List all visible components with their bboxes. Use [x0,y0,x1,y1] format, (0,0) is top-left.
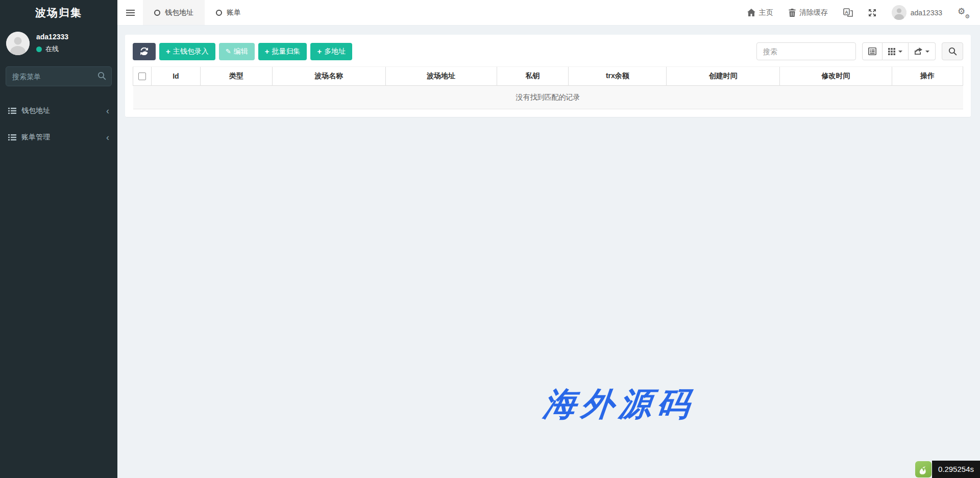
fullscreen-button[interactable] [868,9,876,17]
chevron-left-icon: ‹ [106,106,109,115]
table-view-button-group [862,42,936,60]
watermark-text: 海外源码 [541,382,697,426]
list-icon [8,107,16,114]
debug-bar: 0.295254s [915,461,980,478]
edit-button[interactable]: ✎ 编辑 [219,43,255,60]
main-wallet-entry-button[interactable]: + 主钱包录入 [159,43,215,60]
plus-icon: + [317,47,322,55]
columns-grid-icon [888,48,895,55]
wallet-table: Id 类型 波场名称 波场地址 私钥 trx余额 创建时间 修改时间 操作 [133,66,963,109]
sidebar: 波场归集 ada12333 在线 [0,0,117,478]
plus-icon: + [166,47,170,55]
columns-dropdown-button[interactable] [883,42,909,60]
online-status-dot [36,46,42,52]
gear-icon-small: ⚙ [965,14,970,19]
multi-address-button[interactable]: + 多地址 [310,43,352,60]
search-icon[interactable] [97,71,106,80]
translate-button[interactable]: A [843,8,853,17]
person-icon [892,5,906,20]
home-label: 主页 [759,8,773,17]
batch-collect-button[interactable]: + 批量归集 [258,43,307,60]
button-label: 主钱包录入 [173,47,209,56]
search-icon [948,47,957,56]
table-card: + 主钱包录入 ✎ 编辑 + 批量归集 + 多地 [125,35,971,117]
nav-tabs: 钱包地址 账单 [143,0,252,25]
trash-icon [789,9,796,17]
clear-cache-label: 清除缓存 [799,8,828,17]
toolbar-right [756,42,963,60]
sidebar-search [6,66,112,86]
table-search-input[interactable] [756,42,856,60]
user-name: ada12333 [36,33,68,41]
settings-button[interactable]: ⚙ ⚙ [958,7,970,18]
column-header-modified-time[interactable]: 修改时间 [780,67,892,86]
search-toggle-button[interactable] [942,42,963,60]
home-link[interactable]: 主页 [747,8,773,17]
gear-icon: ⚙ [958,7,965,16]
toolbar-buttons: + 主钱包录入 ✎ 编辑 + 批量归集 + 多地 [133,43,352,60]
plus-icon: + [265,47,270,55]
select-all-checkbox[interactable] [138,73,146,80]
home-icon [747,9,755,16]
sidebar-item-bill-management[interactable]: 账单管理 ‹ [0,126,117,149]
caret-down-icon [925,51,929,53]
empty-row: 没有找到匹配的记录 [133,86,963,109]
menu-search-input[interactable] [6,66,112,86]
top-navbar: 钱包地址 账单 主页 清除缓存 [117,0,980,26]
tab-label: 钱包地址 [165,8,193,17]
tab-label: 账单 [227,8,241,17]
online-status-label: 在线 [45,44,59,54]
user-panel: ada12333 在线 [0,26,117,63]
page-load-time[interactable]: 0.295254s [932,461,980,478]
sidebar-item-label: 钱包地址 [21,106,106,115]
no-records-message: 没有找到匹配的记录 [133,86,963,109]
navbar-right: 主页 清除缓存 A [747,0,980,25]
app-root: 波场归集 ada12333 在线 [0,0,980,478]
main-area: 钱包地址 账单 主页 清除缓存 [117,0,980,478]
select-all-header [133,67,152,86]
column-header-id[interactable]: Id [151,67,200,86]
sidebar-toggle-button[interactable] [117,0,143,25]
person-icon [6,32,30,55]
button-label: 多地址 [324,47,346,56]
content-area: + 主钱包录入 ✎ 编辑 + 批量归集 + 多地 [117,26,980,478]
column-header-private-key[interactable]: 私钥 [497,67,569,86]
user-info: ada12333 在线 [36,32,68,54]
column-header-trx-balance[interactable]: trx余额 [569,67,667,86]
sidebar-menu: 钱包地址 ‹ 账单管理 ‹ [0,95,117,149]
user-status: 在线 [36,44,68,54]
column-header-type[interactable]: 类型 [200,67,272,86]
export-dropdown-button[interactable] [909,42,936,60]
column-header-tron-name[interactable]: 波场名称 [272,67,385,86]
column-header-actions[interactable]: 操作 [892,67,963,86]
table-header: Id 类型 波场名称 波场地址 私钥 trx余额 创建时间 修改时间 操作 [133,67,963,86]
sidebar-item-label: 账单管理 [21,133,106,142]
column-header-tron-address[interactable]: 波场地址 [385,67,497,86]
circle-icon [216,10,222,16]
toggle-detail-view-button[interactable] [862,42,883,60]
button-label: 编辑 [234,47,248,56]
column-header-created-time[interactable]: 创建时间 [667,67,780,86]
app-title: 波场归集 [0,0,117,26]
tab-wallet-address[interactable]: 钱包地址 [143,0,205,25]
user-avatar-small [892,5,906,20]
tab-bill[interactable]: 账单 [205,0,252,25]
detail-view-icon [868,47,876,55]
fullscreen-icon [868,9,876,17]
list-icon [8,134,16,141]
button-label: 批量归集 [272,47,300,56]
circle-icon [154,10,160,16]
refresh-button[interactable] [133,43,156,60]
chevron-left-icon: ‹ [106,133,109,142]
sidebar-item-wallet-address[interactable]: 钱包地址 ‹ [0,100,117,122]
translate-icon: A [843,8,853,17]
clear-cache-link[interactable]: 清除缓存 [789,8,828,17]
thinkphp-flame-icon[interactable] [915,461,932,477]
svg-text:A: A [845,9,848,14]
navbar-user-menu[interactable]: ada12333 [892,5,942,20]
refresh-icon [140,47,148,55]
user-avatar [6,32,30,55]
table-toolbar: + 主钱包录入 ✎ 编辑 + 批量归集 + 多地 [133,42,963,60]
pencil-icon: ✎ [226,48,231,55]
export-icon [914,47,922,55]
